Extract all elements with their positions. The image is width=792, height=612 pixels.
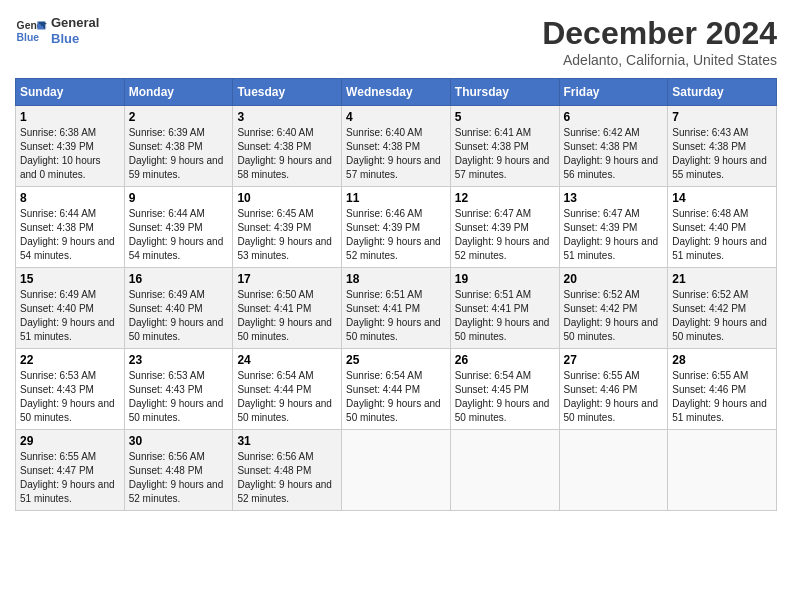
weekday-header-wednesday: Wednesday [342, 79, 451, 106]
calendar-cell: 30 Sunrise: 6:56 AM Sunset: 4:48 PM Dayl… [124, 430, 233, 511]
day-sunrise: Sunrise: 6:42 AM [564, 127, 640, 138]
week-row-4: 22 Sunrise: 6:53 AM Sunset: 4:43 PM Dayl… [16, 349, 777, 430]
day-daylight: Daylight: 9 hours and 51 minutes. [672, 398, 767, 423]
logo-text-blue: Blue [51, 31, 99, 47]
calendar-cell: 10 Sunrise: 6:45 AM Sunset: 4:39 PM Dayl… [233, 187, 342, 268]
calendar-cell: 3 Sunrise: 6:40 AM Sunset: 4:38 PM Dayli… [233, 106, 342, 187]
day-daylight: Daylight: 9 hours and 57 minutes. [346, 155, 441, 180]
day-sunset: Sunset: 4:42 PM [564, 303, 638, 314]
day-sunset: Sunset: 4:48 PM [237, 465, 311, 476]
day-number: 4 [346, 110, 446, 124]
day-number: 3 [237, 110, 337, 124]
day-number: 23 [129, 353, 229, 367]
day-sunrise: Sunrise: 6:47 AM [455, 208, 531, 219]
week-row-5: 29 Sunrise: 6:55 AM Sunset: 4:47 PM Dayl… [16, 430, 777, 511]
day-sunset: Sunset: 4:38 PM [129, 141, 203, 152]
day-sunrise: Sunrise: 6:55 AM [20, 451, 96, 462]
day-sunset: Sunset: 4:47 PM [20, 465, 94, 476]
day-daylight: Daylight: 9 hours and 59 minutes. [129, 155, 224, 180]
day-number: 15 [20, 272, 120, 286]
calendar-cell: 26 Sunrise: 6:54 AM Sunset: 4:45 PM Dayl… [450, 349, 559, 430]
day-sunset: Sunset: 4:39 PM [455, 222, 529, 233]
day-sunrise: Sunrise: 6:55 AM [672, 370, 748, 381]
day-number: 8 [20, 191, 120, 205]
calendar-cell: 20 Sunrise: 6:52 AM Sunset: 4:42 PM Dayl… [559, 268, 668, 349]
day-number: 2 [129, 110, 229, 124]
day-number: 13 [564, 191, 664, 205]
day-sunset: Sunset: 4:38 PM [672, 141, 746, 152]
month-title: December 2024 [542, 15, 777, 52]
calendar-cell: 22 Sunrise: 6:53 AM Sunset: 4:43 PM Dayl… [16, 349, 125, 430]
day-number: 12 [455, 191, 555, 205]
day-sunset: Sunset: 4:38 PM [346, 141, 420, 152]
day-sunrise: Sunrise: 6:41 AM [455, 127, 531, 138]
calendar-cell: 11 Sunrise: 6:46 AM Sunset: 4:39 PM Dayl… [342, 187, 451, 268]
day-daylight: Daylight: 9 hours and 51 minutes. [672, 236, 767, 261]
day-number: 16 [129, 272, 229, 286]
day-daylight: Daylight: 9 hours and 52 minutes. [455, 236, 550, 261]
day-sunset: Sunset: 4:46 PM [672, 384, 746, 395]
day-daylight: Daylight: 10 hours and 0 minutes. [20, 155, 101, 180]
logo: General Blue General Blue [15, 15, 99, 47]
day-sunrise: Sunrise: 6:43 AM [672, 127, 748, 138]
day-sunrise: Sunrise: 6:47 AM [564, 208, 640, 219]
day-sunrise: Sunrise: 6:49 AM [129, 289, 205, 300]
day-number: 1 [20, 110, 120, 124]
day-sunset: Sunset: 4:39 PM [237, 222, 311, 233]
calendar-cell: 23 Sunrise: 6:53 AM Sunset: 4:43 PM Dayl… [124, 349, 233, 430]
day-sunset: Sunset: 4:38 PM [564, 141, 638, 152]
day-daylight: Daylight: 9 hours and 51 minutes. [20, 317, 115, 342]
day-sunset: Sunset: 4:41 PM [455, 303, 529, 314]
calendar-cell: 24 Sunrise: 6:54 AM Sunset: 4:44 PM Dayl… [233, 349, 342, 430]
day-number: 14 [672, 191, 772, 205]
day-number: 28 [672, 353, 772, 367]
day-daylight: Daylight: 9 hours and 50 minutes. [455, 398, 550, 423]
day-daylight: Daylight: 9 hours and 55 minutes. [672, 155, 767, 180]
calendar-cell: 15 Sunrise: 6:49 AM Sunset: 4:40 PM Dayl… [16, 268, 125, 349]
day-daylight: Daylight: 9 hours and 52 minutes. [237, 479, 332, 504]
weekday-header-monday: Monday [124, 79, 233, 106]
day-daylight: Daylight: 9 hours and 51 minutes. [20, 479, 115, 504]
calendar-cell: 27 Sunrise: 6:55 AM Sunset: 4:46 PM Dayl… [559, 349, 668, 430]
day-number: 11 [346, 191, 446, 205]
calendar-cell: 29 Sunrise: 6:55 AM Sunset: 4:47 PM Dayl… [16, 430, 125, 511]
day-daylight: Daylight: 9 hours and 50 minutes. [237, 398, 332, 423]
day-sunrise: Sunrise: 6:46 AM [346, 208, 422, 219]
day-number: 19 [455, 272, 555, 286]
day-daylight: Daylight: 9 hours and 51 minutes. [564, 236, 659, 261]
day-number: 27 [564, 353, 664, 367]
day-sunset: Sunset: 4:39 PM [129, 222, 203, 233]
day-number: 6 [564, 110, 664, 124]
weekday-header-friday: Friday [559, 79, 668, 106]
day-daylight: Daylight: 9 hours and 58 minutes. [237, 155, 332, 180]
day-daylight: Daylight: 9 hours and 50 minutes. [564, 398, 659, 423]
day-sunrise: Sunrise: 6:39 AM [129, 127, 205, 138]
day-number: 31 [237, 434, 337, 448]
day-sunset: Sunset: 4:39 PM [564, 222, 638, 233]
day-daylight: Daylight: 9 hours and 50 minutes. [346, 317, 441, 342]
calendar-cell: 1 Sunrise: 6:38 AM Sunset: 4:39 PM Dayli… [16, 106, 125, 187]
day-sunrise: Sunrise: 6:49 AM [20, 289, 96, 300]
day-sunrise: Sunrise: 6:40 AM [346, 127, 422, 138]
day-sunset: Sunset: 4:41 PM [346, 303, 420, 314]
day-sunrise: Sunrise: 6:52 AM [564, 289, 640, 300]
day-sunset: Sunset: 4:39 PM [346, 222, 420, 233]
day-sunrise: Sunrise: 6:48 AM [672, 208, 748, 219]
day-sunrise: Sunrise: 6:51 AM [455, 289, 531, 300]
day-number: 21 [672, 272, 772, 286]
day-sunset: Sunset: 4:40 PM [129, 303, 203, 314]
day-sunset: Sunset: 4:48 PM [129, 465, 203, 476]
day-sunset: Sunset: 4:40 PM [20, 303, 94, 314]
page-header: General Blue General Blue December 2024 … [15, 15, 777, 68]
day-daylight: Daylight: 9 hours and 50 minutes. [346, 398, 441, 423]
day-sunrise: Sunrise: 6:53 AM [129, 370, 205, 381]
calendar-cell: 4 Sunrise: 6:40 AM Sunset: 4:38 PM Dayli… [342, 106, 451, 187]
day-number: 30 [129, 434, 229, 448]
calendar-cell [450, 430, 559, 511]
day-sunset: Sunset: 4:41 PM [237, 303, 311, 314]
calendar-cell: 12 Sunrise: 6:47 AM Sunset: 4:39 PM Dayl… [450, 187, 559, 268]
calendar-table: SundayMondayTuesdayWednesdayThursdayFrid… [15, 78, 777, 511]
calendar-cell: 7 Sunrise: 6:43 AM Sunset: 4:38 PM Dayli… [668, 106, 777, 187]
week-row-2: 8 Sunrise: 6:44 AM Sunset: 4:38 PM Dayli… [16, 187, 777, 268]
day-sunset: Sunset: 4:45 PM [455, 384, 529, 395]
